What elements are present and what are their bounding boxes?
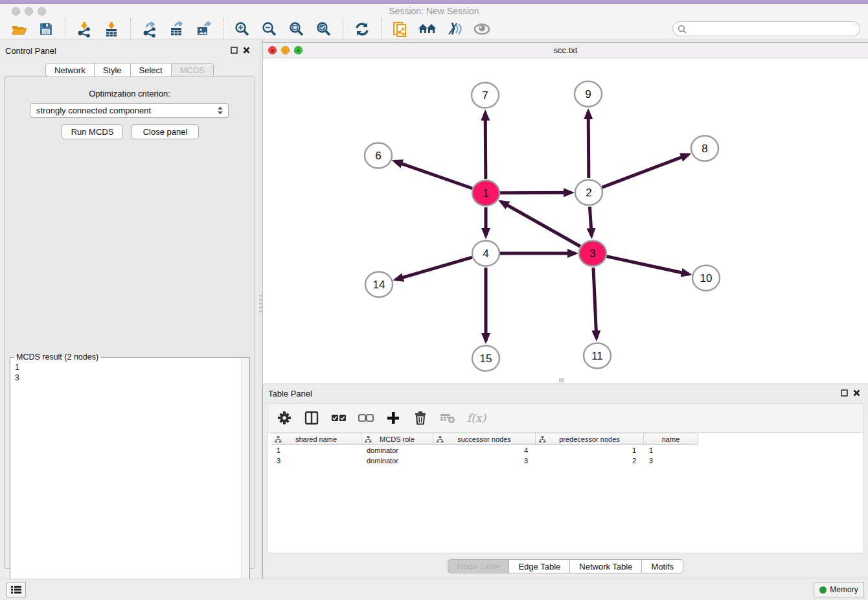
graph-edge-2-9[interactable]: [588, 111, 589, 178]
export-table-icon[interactable]: [167, 20, 187, 38]
control-tab-style[interactable]: Style: [94, 63, 130, 77]
graph-edge-4-14[interactable]: [396, 257, 472, 279]
graph-edge-3-10[interactable]: [606, 257, 689, 275]
save-session-icon[interactable]: [36, 20, 56, 38]
search-input[interactable]: [690, 25, 852, 34]
network-maximize-button[interactable]: +: [294, 46, 303, 54]
unselect-all-columns-icon[interactable]: [358, 410, 374, 426]
table-panel-content: f(x) shared nameMCDS rolesuccessor nodes…: [267, 403, 864, 553]
export-image-icon[interactable]: [194, 20, 214, 38]
network-window-titlebar[interactable]: x - + scc.txt: [263, 43, 868, 58]
table-cell[interactable]: 1: [536, 445, 644, 456]
table-tab-node-table[interactable]: Node Table: [448, 559, 509, 573]
table-tab-edge-table[interactable]: Edge Table: [508, 559, 569, 573]
table-cell[interactable]: 4: [433, 445, 536, 456]
mcds-result-scrollbar[interactable]: [241, 358, 249, 599]
close-panel-icon[interactable]: [243, 47, 250, 54]
node-table[interactable]: shared nameMCDS rolesuccessor nodesprede…: [268, 432, 863, 553]
table-cell[interactable]: dominator: [361, 445, 433, 456]
graph-edge-2-8[interactable]: [602, 155, 689, 188]
network-from-file-icon[interactable]: [391, 20, 410, 38]
graph-edge-1-7[interactable]: [485, 113, 486, 179]
graph-node-4[interactable]: 4: [472, 241, 499, 266]
canvas-resize-handle[interactable]: [559, 378, 564, 382]
window-controls[interactable]: [12, 6, 51, 18]
hide-style-icon[interactable]: [445, 20, 464, 38]
table-cell[interactable]: dominator: [361, 456, 433, 466]
network-canvas[interactable]: 7968124314101511: [263, 58, 868, 384]
graph-node-7[interactable]: 7: [472, 83, 499, 108]
table-row[interactable]: 1dominator411: [271, 445, 863, 456]
graph-node-11[interactable]: 11: [584, 343, 611, 369]
table-cell[interactable]: 3: [271, 456, 361, 466]
column-header-predecessor-nodes[interactable]: predecessor nodes: [536, 433, 644, 445]
zoom-out-icon[interactable]: [260, 20, 279, 38]
graph-edge-2-3[interactable]: [589, 207, 591, 236]
maximize-window-button[interactable]: [38, 7, 46, 16]
network-minimize-button[interactable]: -: [281, 46, 290, 54]
table-cell[interactable]: 1: [644, 445, 698, 456]
column-header-MCDS-role[interactable]: MCDS role: [361, 433, 433, 445]
network-graph: 7968124314101511: [263, 58, 868, 384]
select-all-columns-icon[interactable]: [331, 410, 347, 426]
delete-column-trash-icon[interactable]: [413, 410, 428, 426]
graph-node-14[interactable]: 14: [365, 272, 393, 297]
memory-label: Memory: [830, 585, 858, 594]
table-tab-network-table[interactable]: Network Table: [569, 559, 641, 573]
export-network-icon[interactable]: [140, 20, 159, 38]
memory-button[interactable]: Memory: [814, 582, 864, 597]
import-network-icon[interactable]: [74, 20, 94, 38]
graph-edge-1-2[interactable]: [500, 192, 571, 193]
close-table-panel-icon[interactable]: [853, 389, 860, 397]
control-tab-network[interactable]: Network: [45, 63, 94, 77]
network-close-button[interactable]: x: [268, 46, 277, 54]
float-panel-icon[interactable]: [231, 47, 238, 54]
graph-edge-3-11[interactable]: [593, 268, 597, 338]
home-icon[interactable]: [418, 20, 437, 38]
graph-node-15[interactable]: 15: [472, 346, 499, 371]
minimize-window-button[interactable]: [25, 7, 33, 16]
table-cell[interactable]: 2: [536, 456, 644, 466]
control-tab-select[interactable]: Select: [130, 63, 171, 77]
open-session-icon[interactable]: [9, 20, 29, 38]
graph-node-8[interactable]: 8: [691, 136, 718, 161]
table-tab-motifs[interactable]: Motifs: [641, 559, 683, 573]
mcds-result-item: 1: [15, 362, 237, 373]
refresh-view-icon[interactable]: [352, 20, 372, 38]
table-cell[interactable]: 3: [644, 456, 698, 466]
graph-node-6[interactable]: 6: [365, 143, 392, 168]
criterion-select[interactable]: strongly connected component: [30, 103, 229, 118]
show-graphics-eye-icon[interactable]: [472, 20, 492, 38]
create-column-plus-icon[interactable]: [385, 410, 401, 426]
zoom-fit-icon[interactable]: [287, 20, 306, 38]
mcds-result-list[interactable]: 13: [10, 360, 237, 383]
show-columns-icon[interactable]: [304, 410, 319, 426]
graph-node-1[interactable]: 1: [472, 181, 499, 206]
column-header-name[interactable]: name: [644, 433, 698, 445]
graph-edge-3-1[interactable]: [501, 202, 580, 246]
select-stepper-icon: [214, 105, 226, 116]
column-header-successor-nodes[interactable]: successor nodes: [433, 433, 536, 445]
close-window-button[interactable]: [12, 7, 20, 16]
graph-node-10[interactable]: 10: [692, 266, 720, 291]
graph-node-2[interactable]: 2: [575, 180, 602, 205]
run-mcds-button[interactable]: Run MCDS: [62, 124, 123, 139]
table-cell[interactable]: 1: [271, 445, 361, 456]
graph-node-9[interactable]: 9: [575, 82, 602, 107]
graph-edge-1-6[interactable]: [394, 161, 472, 189]
search-field[interactable]: [672, 21, 860, 36]
import-table-icon[interactable]: [102, 20, 121, 38]
zoom-in-icon[interactable]: [233, 20, 252, 38]
task-history-button[interactable]: [6, 582, 26, 597]
table-settings-gear-icon[interactable]: [277, 410, 292, 426]
mcds-tab-content: Optimization criterion: strongly connect…: [4, 76, 255, 569]
vertical-splitter-handle[interactable]: [259, 295, 262, 313]
close-panel-button[interactable]: Close panel: [131, 124, 199, 139]
table-row[interactable]: 3dominator323: [271, 456, 863, 466]
graph-node-3[interactable]: 3: [579, 241, 606, 266]
float-table-panel-icon[interactable]: [841, 389, 848, 397]
control-tab-mcds[interactable]: MCDS: [171, 63, 214, 77]
zoom-selected-icon[interactable]: [314, 20, 334, 38]
table-cell[interactable]: 3: [433, 456, 536, 466]
column-header-shared-name[interactable]: shared name: [271, 433, 361, 445]
